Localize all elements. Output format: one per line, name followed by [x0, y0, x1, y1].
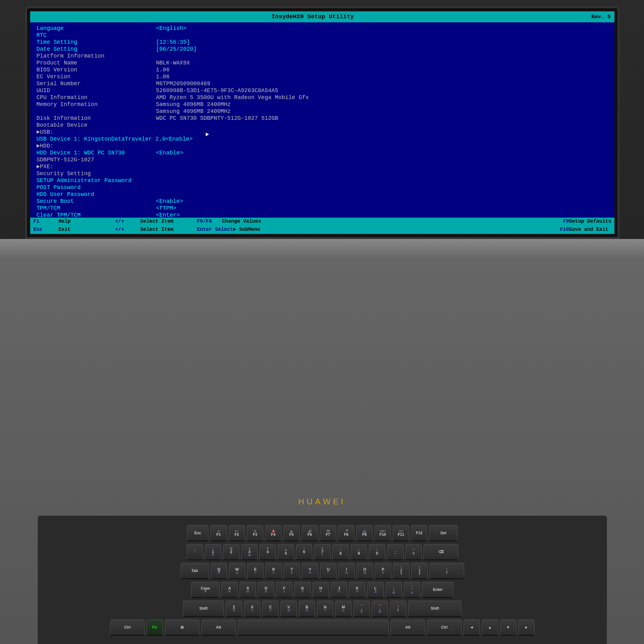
bios-row-language[interactable]: Language <English>: [36, 24, 608, 31]
key-f2[interactable]: ☀+F2: [229, 525, 245, 541]
key-v[interactable]: VМ: [280, 601, 297, 617]
key-k[interactable]: KЛ: [349, 582, 365, 598]
key-shift-left[interactable]: Shift: [183, 601, 224, 617]
key-5[interactable]: %5: [278, 544, 294, 560]
key-ctrl-right[interactable]: Ctrl: [427, 619, 462, 636]
key-a[interactable]: AФ: [221, 582, 238, 598]
key-del[interactable]: Del: [429, 525, 458, 541]
bios-row-pxe-header[interactable]: ►PXE:: [36, 163, 608, 169]
bios-row-hdd-header[interactable]: ►HDD:: [36, 142, 608, 149]
key-win[interactable]: ⊞: [165, 619, 199, 636]
keyboard-area: Esc ☀F1 ☀+F2 ⚙F3 🔇F4 🔉F5 🔊F6 📷F7 🎤F8 📺F9…: [38, 516, 607, 644]
key-2[interactable]: @2": [223, 544, 239, 560]
bios-row-time[interactable]: Time Setting [12:56:35]: [36, 38, 608, 45]
key-arrow-up[interactable]: ▲: [482, 619, 498, 636]
bios-row-usb-header[interactable]: ►USB:: [36, 128, 608, 135]
bios-row-tpm[interactable]: TPM/TCM <fTPM>: [36, 204, 608, 211]
key-ctrl-left[interactable]: Ctrl: [110, 619, 145, 636]
key-4[interactable]: $4;: [259, 544, 276, 560]
key-j[interactable]: JО: [331, 582, 347, 598]
key-tab[interactable]: Tab: [180, 563, 209, 579]
status-row-f5f6: F5/F6 Change Values: [197, 218, 272, 225]
key-shift-right[interactable]: Shift: [408, 601, 462, 617]
key-backspace[interactable]: ⌫: [424, 544, 458, 560]
key-8[interactable]: *8: [332, 544, 349, 560]
key-o[interactable]: OЩ: [357, 563, 373, 579]
key-arrow-right[interactable]: ►: [518, 619, 535, 636]
key-comma[interactable]: <,Б: [353, 601, 370, 617]
key-alt-left[interactable]: Alt: [201, 619, 236, 636]
status-col-f1-esc: F1 Help Esc Exit: [33, 219, 109, 233]
key-d[interactable]: DВ: [258, 582, 274, 598]
key-backslash[interactable]: |\: [430, 563, 464, 579]
bios-row-post-pass[interactable]: POST Password: [36, 183, 608, 190]
key-l[interactable]: LД: [367, 582, 384, 598]
key-m[interactable]: MЬ: [335, 601, 352, 617]
key-9[interactable]: (9: [351, 544, 367, 560]
key-f8[interactable]: 🎤F8: [338, 525, 354, 541]
key-arrow-left[interactable]: ◄: [464, 619, 480, 636]
key-slash[interactable]: ?/: [390, 601, 406, 617]
bios-row-clear-tpm[interactable]: Clear TPM/TCM <Enter>: [36, 211, 608, 218]
key-tilde[interactable]: ~`: [186, 544, 203, 560]
key-f3[interactable]: ⚙F3: [247, 525, 263, 541]
key-minus[interactable]: _-: [387, 544, 403, 560]
key-alt-right[interactable]: Alt: [391, 619, 425, 636]
key-f4[interactable]: 🔇F4: [265, 525, 281, 541]
key-n[interactable]: NТ: [317, 601, 333, 617]
key-x[interactable]: XЧ: [244, 601, 260, 617]
key-p[interactable]: PЗ: [375, 563, 391, 579]
key-f5[interactable]: 🔉F5: [283, 525, 300, 541]
key-f11[interactable]: ImlF11: [393, 525, 409, 541]
title-bar: InsydeH20 Setup Utility Rev. 5: [30, 11, 614, 22]
key-0[interactable]: )0: [369, 544, 385, 560]
key-6[interactable]: ^6:: [296, 544, 312, 560]
bios-row-disk: Disk Information WDC PC SN730 SDBPNTY-51…: [36, 114, 608, 121]
key-y[interactable]: YН: [302, 563, 318, 579]
key-r[interactable]: RК: [265, 563, 282, 579]
key-q[interactable]: QЙ: [211, 563, 227, 579]
key-bracket-r[interactable]: }]Ъ: [411, 563, 428, 579]
key-f12[interactable]: F12: [411, 525, 427, 541]
key-period[interactable]: >.Ю: [372, 601, 388, 617]
bios-row-secure-boot[interactable]: Secure Boot <Enable>: [36, 197, 608, 204]
bios-row-setup-admin[interactable]: SETUP Administrator Password: [36, 176, 608, 183]
key-w[interactable]: WЦ: [229, 563, 245, 579]
key-i[interactable]: IШ: [338, 563, 355, 579]
key-z[interactable]: ZЯ: [226, 601, 242, 617]
key-u[interactable]: UГ: [320, 563, 336, 579]
bios-row-hdd-pass[interactable]: HDD User Password: [36, 190, 608, 197]
key-s[interactable]: SЫ: [240, 582, 256, 598]
status-enter-key: Enter Select: [197, 226, 233, 234]
key-equals[interactable]: +=: [405, 544, 422, 560]
key-quote[interactable]: "'Э: [404, 582, 420, 598]
key-f[interactable]: FА: [276, 582, 292, 598]
bios-row-date[interactable]: Date Setting [06/25/2020]: [36, 45, 608, 52]
key-7[interactable]: &7?: [314, 544, 330, 560]
key-enter[interactable]: Enter: [422, 582, 453, 598]
bios-row-hdd-device[interactable]: HDD Device 1: WDC PC SN730 <Enable>: [36, 149, 608, 156]
key-b[interactable]: BИ: [299, 601, 315, 617]
status-nav2-key: +/+: [115, 226, 140, 234]
key-g[interactable]: GП: [294, 582, 311, 598]
key-e[interactable]: EУ: [247, 563, 264, 579]
key-f10[interactable]: WiFiF10: [375, 525, 391, 541]
key-h[interactable]: HР: [313, 582, 329, 598]
key-esc[interactable]: Esc: [187, 525, 208, 541]
key-t[interactable]: TЕ: [284, 563, 300, 579]
bios-row-serial: Serial Number M6TPM20509000469: [36, 80, 608, 86]
key-arrow-down[interactable]: ▼: [500, 619, 516, 636]
key-fn[interactable]: Fn: [147, 619, 163, 636]
key-1[interactable]: !1Ë: [205, 544, 221, 560]
key-space[interactable]: [238, 619, 389, 636]
key-bracket-l[interactable]: {[Х: [393, 563, 409, 579]
key-semicolon[interactable]: :;Ж: [386, 582, 402, 598]
key-f9[interactable]: 📺F9: [356, 525, 373, 541]
key-3[interactable]: #3№: [241, 544, 258, 560]
key-f1[interactable]: ☀F1: [210, 525, 227, 541]
key-f6[interactable]: 🔊F6: [302, 525, 318, 541]
key-caps[interactable]: CapsФ: [191, 582, 219, 598]
bios-row-usb-device[interactable]: USB Device 1: KingstonDataTraveler 2.0 <…: [36, 135, 608, 142]
key-f7[interactable]: 📷F7: [320, 525, 336, 541]
key-c[interactable]: CС: [262, 601, 279, 617]
